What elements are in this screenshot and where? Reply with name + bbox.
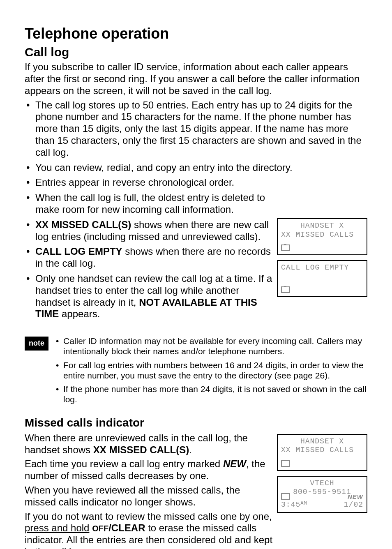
lcd1-line2: XX MISSED CALLS — [281, 231, 363, 240]
missed-para4-a: If you do not want to review the missed … — [25, 511, 272, 522]
bullet-review-redial: You can review, redial, and copy an entr… — [25, 162, 367, 174]
page-title: Telephone operation — [25, 25, 367, 42]
missed-para3: When you have reviewed all the missed ca… — [25, 484, 273, 508]
missed-para4-strong: /CLEAR — [108, 522, 145, 533]
lcd4-new: NEW — [344, 493, 363, 501]
bullet-reverse-order: Entries appear in reverse chronological … — [25, 177, 367, 189]
missed-para1: When there are unreviewed calls in the c… — [25, 432, 273, 456]
missed-para4-sc: OFF — [92, 524, 108, 533]
note-caller-id: Caller ID information may not be availab… — [54, 336, 367, 356]
missed-para4-u: press and hold — [25, 522, 89, 533]
lcd3-line2: XX MISSED CALLS — [281, 446, 363, 455]
missed-para4: If you do not want to review the missed … — [25, 511, 273, 549]
lcd2-line1: CALL LOG EMPTY — [281, 263, 363, 272]
bullet-missed-calls: XX MISSED CALL(S) shows when there are n… — [25, 219, 273, 243]
battery-icon — [281, 245, 290, 251]
bullet-empty-log: CALL LOG EMPTY shows when there are no r… — [25, 246, 273, 270]
bullet-entry-limit: The call log stores up to 50 entries. Ea… — [25, 99, 367, 159]
note-bullets: Caller ID information may not be availab… — [54, 336, 367, 408]
battery-icon — [281, 460, 290, 467]
battery-icon — [281, 286, 290, 293]
note-over-24-digits: If the phone number has more than 24 dig… — [54, 384, 367, 404]
lcd4-line1: VTECH — [281, 479, 363, 488]
note-label: note — [25, 337, 48, 351]
battery-icon — [281, 493, 290, 500]
lcd4-time: 3:45 — [281, 501, 300, 509]
bullet-one-handset: Only one handset can review the call log… — [25, 273, 273, 320]
call-log-bullets-cont: When the call log is full, the oldest en… — [25, 192, 273, 320]
lcd-missed-calls-2: HANDSET X XX MISSED CALLS — [277, 434, 367, 471]
lcd1-line1: HANDSET X — [281, 221, 363, 231]
lcd4-ampm: AM — [300, 501, 307, 506]
note-long-numbers: For call log entries with numbers betwee… — [54, 360, 367, 381]
missed-para1-strong: XX MISSED CALL(S) — [93, 444, 189, 455]
call-log-intro: If you subscribe to caller ID service, i… — [25, 61, 367, 97]
lcd-missed-calls-1: HANDSET X XX MISSED CALLS — [277, 218, 367, 255]
lcd-empty: CALL LOG EMPTY — [277, 260, 367, 297]
lcd-call-entry: VTECH 800-595-9511 3:45AM NEW 1/02 — [277, 476, 367, 513]
one-handset-text-b: appears. — [59, 308, 100, 319]
call-log-bullets: The call log stores up to 50 entries. Ea… — [25, 99, 367, 189]
missed-para1-b: . — [189, 444, 192, 455]
missed-calls-heading: Missed calls indicator — [25, 416, 367, 430]
missed-para2-em: NEW — [223, 458, 246, 469]
missed-calls-label: XX MISSED CALL(S) — [35, 219, 131, 230]
call-log-heading: Call log — [25, 45, 367, 60]
lcd4-date: 1/02 — [344, 501, 363, 509]
missed-para2: Each time you review a call log entry ma… — [25, 458, 273, 482]
bullet-full-log: When the call log is full, the oldest en… — [25, 192, 273, 216]
lcd3-line1: HANDSET X — [281, 437, 363, 446]
empty-log-label: CALL LOG EMPTY — [35, 246, 122, 257]
missed-para2-a: Each time you review a call log entry ma… — [25, 458, 223, 469]
